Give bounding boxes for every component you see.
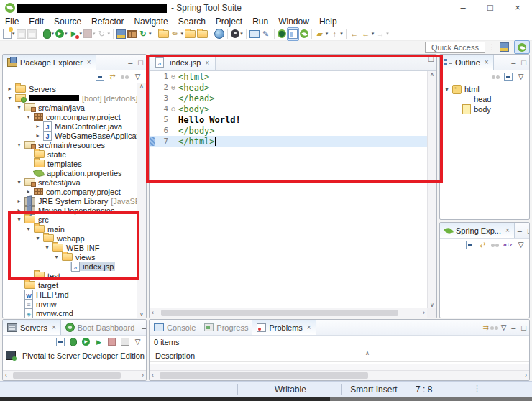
tree-item[interactable]: ▾ com.company.project xyxy=(3,112,137,121)
collapse-all-button[interactable] xyxy=(56,338,65,346)
dropdown-icon[interactable]: ▾ xyxy=(240,31,243,37)
window-minimize-button[interactable]: – xyxy=(451,0,474,16)
scroll-up-icon[interactable]: ∧ xyxy=(137,83,146,89)
quick-access-box[interactable]: Quick Access xyxy=(425,42,485,53)
view-maximize-button[interactable]: □ xyxy=(518,58,529,67)
close-tab-icon[interactable]: × xyxy=(505,226,510,234)
menu-item[interactable]: Run xyxy=(247,17,273,27)
tree-expander-icon[interactable]: ▾ xyxy=(443,86,451,93)
tree-expander-icon[interactable]: ▾ xyxy=(6,95,14,101)
menu-item[interactable]: Project xyxy=(211,17,247,27)
new-wizard-button[interactable]: ▾ xyxy=(2,28,16,40)
scroll-down-icon[interactable]: ∨ xyxy=(428,302,436,308)
stop-server-icon[interactable] xyxy=(108,338,116,346)
tree-expander-icon[interactable]: ▾ xyxy=(15,216,23,223)
publish-server-icon[interactable] xyxy=(121,338,129,346)
collapse-all-button[interactable] xyxy=(504,73,513,81)
tab-progress[interactable]: Progress xyxy=(200,320,252,335)
code-line[interactable]: 6 </body> xyxy=(150,125,427,136)
save-button[interactable] xyxy=(16,28,27,40)
filter-button[interactable]: ⇉ xyxy=(481,323,490,332)
dropdown-icon[interactable]: ▾ xyxy=(108,31,111,37)
tree-expander-icon[interactable]: ▾ xyxy=(34,235,42,241)
tree-item[interactable]: ▾ main xyxy=(3,224,137,234)
spring-leaf-button[interactable] xyxy=(299,28,309,40)
view-maximize-button[interactable]: □ xyxy=(518,323,529,332)
debug-server-icon[interactable] xyxy=(70,338,77,346)
editor-maximize-button[interactable]: □ xyxy=(426,55,436,70)
new-web-project-button[interactable] xyxy=(116,28,127,40)
profile-button[interactable]: ▶▾ xyxy=(68,28,83,40)
remote-console-button[interactable] xyxy=(249,28,260,40)
tab-boot-dashboard[interactable]: Boot Dashboard xyxy=(61,320,139,335)
tree-expander-icon[interactable]: ▾ xyxy=(24,226,32,232)
link-with-editor-button[interactable]: ⇄ xyxy=(478,240,487,249)
dropdown-icon[interactable]: ▾ xyxy=(65,31,68,37)
package-explorer-scrollbar[interactable]: ∧ ∨ xyxy=(137,83,146,318)
tree-expander-icon[interactable]: ▸ xyxy=(34,132,42,139)
scrollbar-thumb[interactable] xyxy=(161,310,398,316)
tab-outline[interactable]: Outline × xyxy=(440,55,494,70)
new-package-button[interactable] xyxy=(127,28,137,40)
dropdown-icon[interactable]: ▾ xyxy=(386,31,389,37)
boot-button[interactable] xyxy=(277,28,287,40)
outline-item[interactable]: head xyxy=(440,94,529,104)
menu-item[interactable]: File xyxy=(0,17,24,27)
view-maximize-button[interactable]: □ xyxy=(525,226,530,235)
tree-expander-icon[interactable]: ▾ xyxy=(15,179,23,185)
close-tab-icon[interactable]: × xyxy=(485,58,489,66)
view-menu-button[interactable]: ▽ xyxy=(499,323,508,332)
last-edit-location-button[interactable]: ← xyxy=(349,28,360,40)
tree-expander-icon[interactable]: ▾ xyxy=(43,244,51,251)
tab-spring-explorer[interactable]: Spring Exp... × xyxy=(440,223,515,238)
view-menu-button[interactable]: ▽ xyxy=(516,72,526,81)
link-with-editor-button[interactable]: ⇄ xyxy=(108,72,117,81)
dropdown-icon[interactable]: ▾ xyxy=(52,31,55,37)
dropdown-icon[interactable]: ▾ xyxy=(80,31,83,37)
menu-item[interactable]: Window xyxy=(273,17,314,27)
tree-expander-icon[interactable]: ▸ xyxy=(34,123,42,129)
fold-icon[interactable]: ⊖ xyxy=(168,105,178,113)
dropdown-icon[interactable]: ▾ xyxy=(93,31,96,37)
menu-item[interactable]: Navigate xyxy=(129,17,173,27)
code-line[interactable]: 4 ⊖ <body> xyxy=(150,103,427,114)
menu-item[interactable]: Edit xyxy=(24,17,49,27)
tab-package-explorer[interactable]: Package Explorer × xyxy=(3,55,96,70)
tab-problems[interactable]: Problems × xyxy=(252,320,316,335)
scroll-left-icon[interactable]: ‹ xyxy=(5,372,7,379)
tree-item[interactable]: ▸ com.company.project xyxy=(3,187,137,196)
dropdown-icon[interactable]: ▾ xyxy=(340,31,343,37)
tree-item[interactable]: ▾ webapp xyxy=(3,234,137,243)
open-folder-button[interactable] xyxy=(157,28,170,40)
web-browser-button[interactable] xyxy=(214,28,225,40)
menu-item[interactable]: Search xyxy=(173,17,211,27)
view-minimize-button[interactable]: – xyxy=(508,58,518,67)
tree-item[interactable]: ▾ [boot] [devtools] xyxy=(3,93,137,103)
editor-vertical-scrollbar[interactable]: ∧ ∨ xyxy=(427,71,436,308)
view-minimize-button[interactable]: – xyxy=(125,58,135,67)
tree-item[interactable]: ▸ Servers xyxy=(3,84,137,93)
tree-item[interactable]: target xyxy=(3,280,137,290)
fold-icon[interactable]: ⊖ xyxy=(168,83,178,91)
scroll-right-icon[interactable]: › xyxy=(142,372,144,379)
mark-occurrences-button[interactable]: ▰▾ xyxy=(314,28,329,40)
menu-item[interactable]: Source xyxy=(49,17,86,27)
tab-servers[interactable]: Servers × xyxy=(3,320,61,335)
collapse-all-button[interactable] xyxy=(96,73,104,81)
dropdown-icon[interactable]: ▾ xyxy=(372,31,375,37)
tree-expander-icon[interactable]: ▾ xyxy=(15,104,23,111)
export-button[interactable] xyxy=(196,28,208,40)
tree-item[interactable]: ▾ src/test/java xyxy=(3,178,137,187)
debug-button[interactable]: ▾ xyxy=(42,28,55,40)
start-server-icon[interactable]: ▶ xyxy=(82,338,90,346)
tree-expander-icon[interactable]: ▸ xyxy=(24,188,32,195)
tree-expander-icon[interactable]: ▾ xyxy=(15,142,23,148)
dropdown-icon[interactable]: ▾ xyxy=(326,31,329,37)
tree-item[interactable]: mvnw xyxy=(3,299,137,308)
window-maximize-button[interactable]: □ xyxy=(479,0,502,16)
scroll-left-icon[interactable]: ‹ xyxy=(152,309,154,316)
dropdown-icon[interactable]: ▾ xyxy=(149,31,152,37)
collapse-all-button[interactable] xyxy=(466,241,474,249)
search-button[interactable]: ✎▾ xyxy=(170,28,185,40)
scroll-down-icon[interactable]: ∨ xyxy=(137,311,146,318)
